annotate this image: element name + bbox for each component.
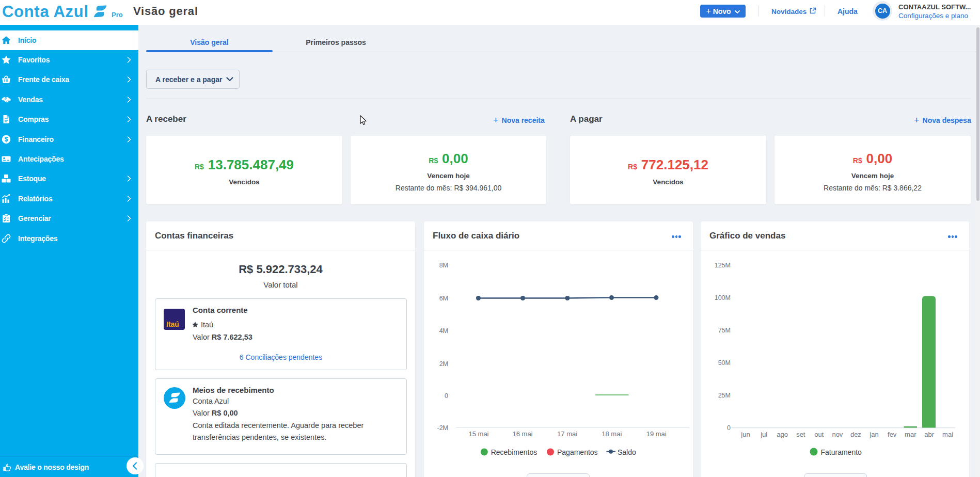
svg-text:100M: 100M [715, 294, 731, 301]
svg-text:15 mai: 15 mai [468, 430, 488, 438]
svg-text:mar: mar [905, 431, 916, 438]
svg-text:Recebimentos: Recebimentos [491, 448, 537, 456]
svg-text:abr: abr [924, 431, 934, 438]
svg-text:50M: 50M [718, 359, 731, 367]
svg-text:75M: 75M [718, 327, 731, 334]
svg-text:0: 0 [445, 392, 448, 400]
svg-text:-2M: -2M [437, 424, 448, 432]
svg-text:Saldo: Saldo [618, 448, 636, 456]
svg-text:mai: mai [942, 431, 953, 438]
svg-text:$: $ [5, 136, 8, 143]
svg-text:6M: 6M [439, 295, 448, 302]
svg-text:dez: dez [850, 431, 861, 438]
svg-text:17 mai: 17 mai [557, 430, 577, 438]
svg-text:ago: ago [777, 431, 788, 438]
svg-text:0: 0 [727, 424, 731, 432]
svg-text:125M: 125M [715, 262, 731, 269]
svg-text:19 mai: 19 mai [646, 430, 667, 438]
svg-text:jan: jan [869, 431, 878, 438]
svg-text:8M: 8M [439, 262, 448, 269]
svg-text:set: set [796, 431, 805, 438]
svg-text:2M: 2M [439, 360, 448, 368]
svg-text:16 mai: 16 mai [512, 430, 532, 438]
svg-text:jun: jun [740, 431, 750, 438]
svg-text:Pagamentos: Pagamentos [557, 448, 598, 456]
svg-text:nov: nov [832, 431, 843, 438]
svg-text:25M: 25M [718, 392, 731, 399]
svg-text:18 mai: 18 mai [602, 430, 622, 438]
svg-text:jul: jul [760, 431, 767, 438]
svg-text:Faturamento: Faturamento [821, 448, 862, 456]
svg-text:out: out [814, 431, 824, 438]
svg-text:4M: 4M [439, 327, 448, 335]
svg-text:fev: fev [888, 431, 897, 438]
